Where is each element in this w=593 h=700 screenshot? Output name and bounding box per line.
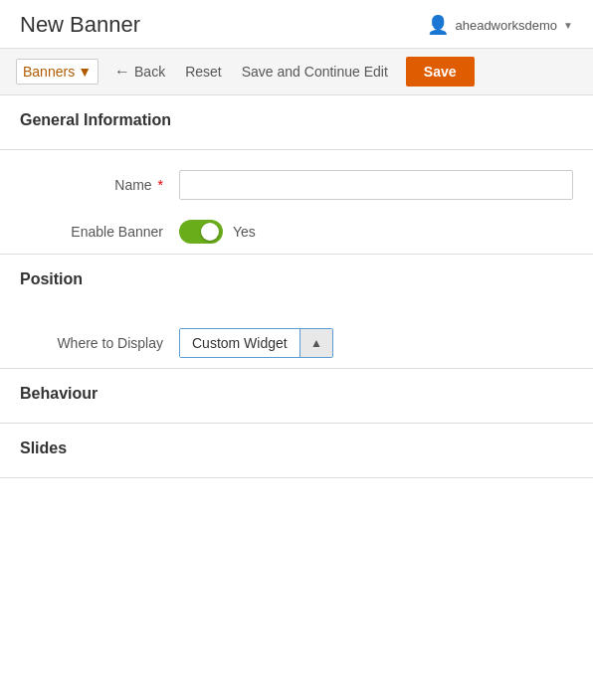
back-arrow-icon: ← [114, 63, 130, 81]
banners-label: Banners [23, 64, 75, 80]
user-icon: 👤 [427, 14, 449, 36]
general-information-section: General Information [0, 95, 593, 149]
save-continue-label: Save and Continue Edit [242, 64, 388, 80]
top-header: New Banner 👤 aheadworksdemo ▼ [0, 0, 593, 49]
select-value: Custom Widget [180, 329, 299, 357]
back-button[interactable]: ← Back [106, 59, 173, 85]
general-information-title: General Information [20, 111, 573, 139]
behaviour-section: Behaviour [0, 369, 593, 423]
toolbar: Banners ▼ ← Back Reset Save and Continue… [0, 49, 593, 95]
user-chevron-icon: ▼ [563, 20, 573, 31]
toggle-wrapper: Yes [179, 220, 256, 244]
save-button[interactable]: Save [406, 57, 475, 87]
slides-bottom-divider [0, 477, 593, 478]
toggle-track [179, 220, 223, 244]
reset-button[interactable]: Reset [177, 60, 230, 84]
user-name: aheadworksdemo [455, 18, 557, 33]
where-to-display-label: Where to Display [20, 335, 179, 351]
name-input[interactable] [179, 170, 573, 200]
select-arrow-button[interactable]: ▲ [299, 329, 332, 357]
select-arrow-icon: ▲ [310, 336, 322, 350]
where-to-display-group: Where to Display Custom Widget ▲ [0, 328, 593, 358]
enable-banner-toggle[interactable] [179, 220, 223, 244]
slides-title: Slides [20, 439, 573, 467]
toggle-thumb [201, 223, 219, 241]
back-label: Back [134, 64, 165, 80]
enable-banner-label: Enable Banner [20, 224, 179, 240]
banners-dropdown-button[interactable]: Banners ▼ [16, 59, 99, 85]
page-title: New Banner [20, 12, 140, 38]
name-field-group: Name * [0, 170, 593, 200]
toggle-value-label: Yes [233, 224, 256, 240]
banners-chevron-icon: ▼ [78, 64, 92, 80]
save-continue-button[interactable]: Save and Continue Edit [234, 60, 396, 84]
reset-label: Reset [185, 64, 222, 80]
slides-section: Slides [0, 424, 593, 477]
name-required-star: * [158, 177, 163, 193]
enable-banner-group: Enable Banner Yes [0, 220, 593, 244]
general-divider [0, 149, 593, 150]
behaviour-title: Behaviour [20, 385, 573, 413]
content: General Information Name * Enable Banner… [0, 95, 593, 478]
name-label: Name * [20, 177, 179, 193]
position-section: Position [0, 255, 593, 308]
user-menu[interactable]: 👤 aheadworksdemo ▼ [427, 14, 573, 36]
position-title: Position [20, 270, 573, 298]
where-to-display-select[interactable]: Custom Widget ▲ [179, 328, 333, 358]
